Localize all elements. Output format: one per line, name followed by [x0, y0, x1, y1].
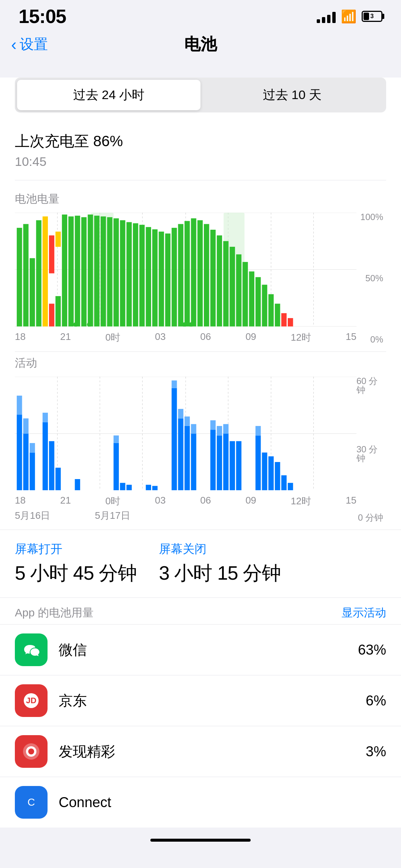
svg-rect-51 [255, 277, 261, 327]
status-icons: 📶 3 [317, 9, 382, 24]
svg-rect-17 [49, 235, 54, 273]
jd-name: 京东 [59, 691, 366, 710]
svg-rect-88 [172, 388, 177, 490]
screen-off-value: 3 小时 15 分钟 [159, 560, 281, 586]
discover-icon [15, 735, 48, 768]
battery-chart: 18 21 0时 03 06 09 12时 15 100% 50% 0% [15, 213, 386, 344]
activity-chart-area: 18 21 0时 03 06 09 12时 15 5月16日 5月17日 [15, 377, 356, 523]
svg-rect-47 [230, 247, 235, 327]
activity-y-axis: 60 分钟 30 分钟 0 分钟 [356, 377, 386, 523]
home-indicator [150, 839, 251, 842]
svg-rect-104 [255, 435, 261, 490]
svg-rect-32 [133, 223, 138, 327]
tab-24h[interactable]: 过去 24 小时 [17, 80, 200, 110]
svg-rect-80 [55, 468, 61, 490]
svg-rect-103 [236, 441, 241, 490]
status-time: 15:05 [19, 5, 66, 27]
svg-rect-96 [210, 430, 215, 491]
svg-text:C: C [27, 796, 35, 808]
svg-rect-95 [191, 424, 196, 433]
wechat-percent: 63% [358, 642, 386, 658]
app-list-item-connect[interactable]: C Connect [0, 777, 401, 828]
app-list-item-wechat[interactable]: 微信 63% [0, 624, 401, 675]
screen-on-item: 屏幕打开 5 小时 45 分钟 [15, 541, 137, 586]
svg-rect-89 [172, 380, 177, 388]
svg-rect-38 [172, 228, 177, 327]
svg-rect-52 [262, 285, 267, 326]
svg-rect-29 [114, 218, 119, 326]
svg-rect-46 [223, 241, 228, 327]
signal-icon [317, 10, 336, 23]
date-labels: 5月16日 5月17日 [15, 508, 356, 522]
svg-rect-73 [23, 433, 29, 490]
svg-rect-19 [55, 232, 61, 247]
svg-rect-84 [120, 483, 125, 490]
svg-rect-30 [120, 220, 125, 326]
back-button[interactable]: ‹ 设置 [11, 35, 48, 54]
svg-rect-105 [255, 426, 261, 436]
svg-rect-34 [146, 227, 151, 327]
svg-rect-36 [159, 232, 164, 327]
svg-rect-81 [75, 479, 80, 491]
svg-rect-27 [101, 216, 106, 326]
svg-rect-72 [17, 396, 22, 415]
segment-control: 过去 24 小时 过去 10 天 [15, 78, 386, 112]
svg-rect-93 [185, 416, 190, 426]
nav-header: ‹ 设置 电池 [0, 30, 401, 63]
svg-rect-44 [210, 230, 215, 327]
battery-chart-label: 电池电量 [15, 191, 386, 207]
svg-rect-94 [191, 433, 196, 490]
svg-rect-48 [236, 254, 241, 326]
svg-rect-35 [152, 229, 157, 327]
show-activity-button[interactable]: 显示活动 [342, 605, 386, 620]
app-list-item-jd[interactable]: JD 京东 6% [0, 675, 401, 726]
svg-rect-33 [139, 225, 144, 327]
svg-rect-23 [75, 216, 80, 326]
svg-rect-13 [23, 224, 29, 327]
status-bar: 15:05 📶 3 [0, 0, 401, 30]
svg-rect-16 [43, 216, 48, 326]
wechat-icon [15, 633, 48, 666]
svg-rect-50 [249, 271, 254, 326]
connect-icon: C [15, 786, 48, 819]
battery-chart-svg [15, 213, 356, 327]
discover-percent: 3% [366, 744, 386, 760]
tab-10d[interactable]: 过去 10 天 [200, 80, 384, 110]
svg-rect-91 [178, 409, 183, 419]
screen-off-item: 屏幕关闭 3 小时 15 分钟 [159, 541, 281, 586]
svg-rect-18 [49, 304, 54, 326]
svg-rect-106 [262, 452, 267, 490]
svg-rect-12 [17, 228, 22, 327]
svg-rect-98 [217, 435, 222, 490]
svg-rect-39 [178, 224, 183, 327]
screen-on-value: 5 小时 45 分钟 [15, 560, 137, 586]
wechat-name: 微信 [59, 641, 358, 659]
svg-rect-25 [88, 214, 93, 327]
svg-rect-26 [94, 216, 100, 326]
svg-text:JD: JD [26, 696, 36, 705]
svg-rect-22 [68, 216, 74, 326]
app-usage-header: App 的电池用量 显示活动 [0, 597, 401, 624]
svg-rect-37 [165, 233, 170, 326]
back-label: 设置 [20, 35, 48, 54]
jd-icon: JD [15, 684, 48, 717]
page-title: 电池 [184, 33, 217, 55]
svg-rect-28 [107, 217, 112, 326]
svg-rect-74 [23, 418, 29, 433]
activity-chart: 18 21 0时 03 06 09 12时 15 5月16日 5月17日 60 … [15, 377, 386, 523]
svg-rect-76 [30, 443, 35, 453]
connect-name: Connect [59, 795, 386, 810]
svg-rect-55 [281, 313, 287, 327]
charge-time: 10:45 [15, 154, 386, 169]
svg-rect-97 [210, 420, 215, 430]
svg-rect-78 [43, 413, 48, 422]
activity-time-labels: 18 21 0时 03 06 09 12时 15 [15, 492, 356, 508]
svg-rect-110 [288, 483, 293, 490]
svg-rect-86 [146, 485, 151, 490]
app-list-item-discover[interactable]: 发现精彩 3% [0, 726, 401, 777]
main-content: 过去 24 小时 过去 10 天 上次充电至 86% 10:45 电池电量 [0, 78, 401, 828]
screen-time-summary: 屏幕打开 5 小时 45 分钟 屏幕关闭 3 小时 15 分钟 [0, 530, 401, 597]
svg-rect-21 [62, 214, 67, 327]
activity-chart-svg [15, 377, 356, 491]
battery-chart-area: 18 21 0时 03 06 09 12时 15 [15, 213, 356, 344]
